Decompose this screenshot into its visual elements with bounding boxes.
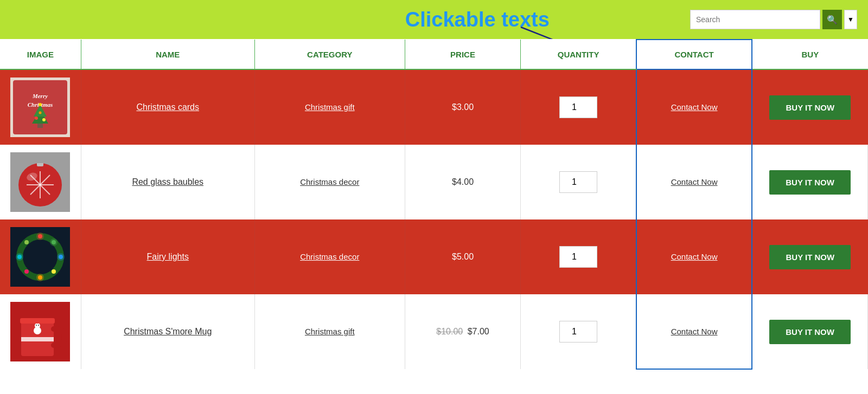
quantity-input[interactable]: [559, 96, 597, 118]
product-image-cell: Merry Christmas: [0, 69, 81, 145]
product-image: [10, 152, 70, 212]
product-name-cell: Christmas S'more Mug: [81, 294, 254, 369]
col-header-price: PRICE: [405, 40, 520, 69]
svg-point-12: [42, 118, 46, 121]
price-original: $10.00: [436, 327, 463, 336]
product-category-cell: Christmas decor: [254, 219, 405, 294]
product-table: IMAGE NAME CATEGORY PRICE QUANTITY CONTA…: [0, 39, 868, 370]
page-annotation-title: Clickable texts: [405, 8, 550, 31]
svg-point-37: [36, 274, 44, 281]
product-name-cell: Christmas cards: [81, 69, 254, 145]
svg-rect-42: [21, 337, 54, 341]
product-buy-cell: BUY IT NOW: [752, 294, 867, 369]
product-category-cell: Christmas gift: [254, 294, 405, 369]
col-header-quantity: QUANTITY: [521, 40, 636, 69]
contact-now-link[interactable]: Contact Now: [671, 327, 718, 336]
contact-now-link[interactable]: Contact Now: [671, 102, 718, 112]
quantity-input[interactable]: [559, 171, 597, 193]
table-header-row: IMAGE NAME CATEGORY PRICE QUANTITY CONTA…: [0, 40, 868, 69]
product-contact-cell: Contact Now: [636, 145, 752, 219]
table-row: Christmas S'more Mug Christmas gift $10.…: [0, 294, 868, 369]
svg-point-35: [50, 238, 58, 246]
svg-point-11: [35, 117, 38, 120]
svg-rect-47: [20, 318, 55, 324]
product-quantity-cell: [521, 145, 636, 219]
search-input[interactable]: [690, 10, 820, 29]
product-contact-cell: Contact Now: [636, 219, 752, 294]
product-quantity-cell: [521, 69, 636, 145]
price-current: $5.00: [452, 252, 474, 261]
product-name-link[interactable]: Christmas S'more Mug: [124, 327, 212, 336]
product-price-cell: $10.00 $7.00: [405, 294, 520, 369]
svg-rect-10: [37, 124, 43, 128]
product-buy-cell: BUY IT NOW: [752, 69, 867, 145]
product-quantity-cell: [521, 219, 636, 294]
product-image: [10, 227, 70, 287]
product-category-link[interactable]: Christmas decor: [300, 177, 359, 186]
product-contact-cell: Contact Now: [636, 69, 752, 145]
svg-point-14: [39, 103, 42, 106]
buy-now-button[interactable]: BUY IT NOW: [769, 245, 851, 269]
product-image: [10, 302, 70, 361]
product-price-cell: $4.00: [405, 145, 520, 219]
price-current: $4.00: [452, 177, 474, 186]
product-category-link[interactable]: Christmas decor: [300, 252, 359, 261]
product-name-cell: Fairy lights: [81, 219, 254, 294]
price-current: $3.00: [452, 102, 474, 112]
product-image-cell: [0, 219, 81, 294]
product-name-link[interactable]: Red glass baubles: [132, 177, 203, 186]
product-quantity-cell: [521, 294, 636, 369]
product-contact-cell: Contact Now: [636, 294, 752, 369]
contact-now-link[interactable]: Contact Now: [671, 252, 718, 261]
product-table-container: IMAGE NAME CATEGORY PRICE QUANTITY CONTA…: [0, 39, 868, 370]
svg-point-44: [35, 323, 40, 328]
table-row: Red glass baubles Christmas decor $4.00 …: [0, 145, 868, 219]
product-category-cell: Christmas gift: [254, 69, 405, 145]
product-category-cell: Christmas decor: [254, 145, 405, 219]
search-button[interactable]: 🔍: [822, 10, 842, 29]
chevron-down-icon: ▼: [847, 16, 854, 23]
svg-point-36: [57, 253, 65, 261]
svg-point-46: [38, 325, 39, 326]
price-current: $7.00: [468, 327, 489, 336]
product-image-cell: [0, 145, 81, 219]
buy-now-button[interactable]: BUY IT NOW: [769, 95, 851, 120]
product-price-cell: $3.00: [405, 69, 520, 145]
table-row: Fairy lights Christmas decor $5.00 Conta…: [0, 219, 868, 294]
search-icon: 🔍: [827, 15, 838, 25]
table-row: Merry Christmas Christmas cards Christma…: [0, 69, 868, 145]
col-header-buy: BUY: [752, 40, 867, 69]
buy-now-button[interactable]: BUY IT NOW: [769, 170, 851, 195]
svg-point-38: [16, 253, 23, 261]
svg-point-33: [24, 240, 29, 244]
col-header-category: CATEGORY: [254, 40, 405, 69]
quantity-input[interactable]: [559, 246, 597, 268]
search-dropdown-button[interactable]: ▼: [844, 10, 857, 29]
product-buy-cell: BUY IT NOW: [752, 145, 867, 219]
product-name-link[interactable]: Christmas cards: [136, 102, 199, 112]
contact-now-link[interactable]: Contact Now: [671, 177, 718, 186]
product-image: Merry Christmas: [10, 77, 70, 137]
col-header-contact: CONTACT: [636, 40, 752, 69]
svg-point-31: [24, 269, 29, 274]
product-name-link[interactable]: Fairy lights: [147, 252, 189, 261]
svg-point-45: [36, 325, 37, 326]
buy-now-button[interactable]: BUY IT NOW: [769, 320, 851, 344]
svg-point-29: [52, 269, 56, 274]
product-category-link[interactable]: Christmas gift: [305, 102, 355, 112]
svg-rect-23: [35, 160, 45, 163]
product-category-link[interactable]: Christmas gift: [305, 327, 355, 336]
product-name-cell: Red glass baubles: [81, 145, 254, 219]
product-price-cell: $5.00: [405, 219, 520, 294]
svg-point-34: [36, 232, 44, 240]
header: Clickable texts 🔍 ▼: [0, 0, 868, 39]
svg-point-13: [39, 112, 42, 114]
col-header-name: NAME: [81, 40, 254, 69]
svg-text:Merry: Merry: [32, 93, 48, 99]
col-header-image: IMAGE: [0, 40, 81, 69]
product-buy-cell: BUY IT NOW: [752, 219, 867, 294]
product-image-cell: [0, 294, 81, 369]
quantity-input[interactable]: [559, 321, 597, 343]
search-container: 🔍 ▼: [690, 10, 857, 29]
